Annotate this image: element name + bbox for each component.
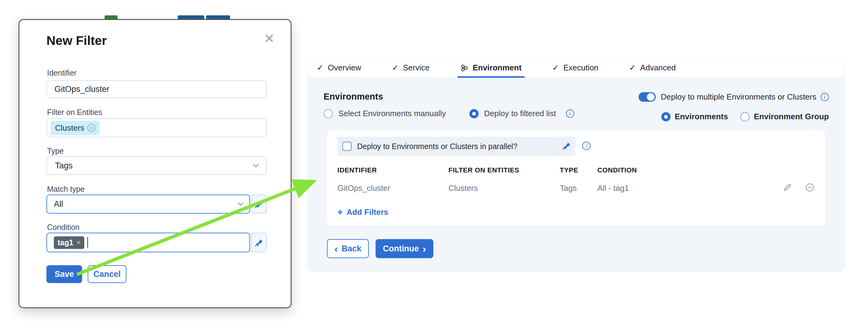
parallel-checkbox-row: Deploy to Environments or Clusters in pa… [337,137,576,156]
condition-pin-button[interactable] [251,233,267,252]
cell-type: Tags [560,184,597,193]
divider [555,140,555,153]
back-button-label: Back [341,244,362,254]
cell-identifier: GitOps_cluster [337,184,448,193]
save-button[interactable]: Save [46,265,82,283]
tag1-chip[interactable]: tag1 × [54,236,84,249]
match-type-select[interactable]: All [46,195,250,214]
chevron-left-icon: ‹ [334,244,338,253]
back-button[interactable]: ‹ Back [327,239,369,258]
table-row[interactable]: GitOps_cluster Clusters Tags All - tag1 [327,178,825,198]
wizard-tabbar: ✓ Overview ✓ Service Environment ✓ Execu… [308,58,844,77]
pin-icon [255,200,263,208]
edit-icon[interactable] [783,183,792,193]
tab-label: Environment [473,63,522,72]
tab-label: Overview [328,63,361,72]
close-icon[interactable]: ✕ [264,32,275,45]
tab-label: Service [403,63,430,72]
condition-field-group: tag1 × [46,233,267,252]
page: ✕ New Filter Identifier Filter on Entiti… [0,0,868,327]
check-icon: ✓ [552,63,559,72]
type-label: Type [47,146,64,156]
match-type-field-group: All [46,195,267,214]
plus-icon: + [337,207,343,217]
chevron-down-icon [238,200,244,206]
tab-overview[interactable]: ✓ Overview [315,58,363,77]
tab-label: Execution [563,63,598,72]
deploy-to-filtered-list-label: Deploy to filtered list [484,109,556,118]
deploy-to-filtered-list-radio[interactable] [469,109,478,118]
col-identifier: IDENTIFIER [337,166,448,174]
environments-radio-label: Environments [675,112,728,121]
continue-button[interactable]: Continue › [376,239,433,258]
check-icon: ✓ [629,63,636,72]
select-environments-manually-label: Select Environments manually [338,109,446,118]
remove-icon[interactable] [805,183,815,194]
type-select[interactable]: Tags [46,157,267,175]
deploy-mode-radio-group: Select Environments manually Deploy to f… [323,109,574,118]
parallel-checkbox[interactable] [342,142,351,151]
clusters-chip-label: Clusters [55,123,84,133]
environment-step-panel: ✓ Overview ✓ Service Environment ✓ Execu… [308,58,844,271]
col-type: TYPE [560,166,597,174]
multi-env-toggle-row: Deploy to multiple Environments or Clust… [639,92,829,102]
match-type-label: Match type [47,185,85,194]
tab-advanced[interactable]: ✓ Advanced [627,58,678,77]
info-icon[interactable]: i [566,109,574,118]
cell-filter-on-entities: Clusters [448,184,560,193]
chip-remove-icon[interactable]: × [87,124,95,132]
environment-group-radio-label: Environment Group [754,112,829,121]
info-icon[interactable]: i [820,93,829,101]
chevron-down-icon [253,161,259,167]
deploy-multiple-toggle[interactable] [639,92,656,102]
continue-button-label: Continue [383,244,419,254]
select-environments-manually-radio[interactable] [323,109,333,118]
add-filters-link[interactable]: + Add Filters [337,207,388,217]
new-filter-modal: ✕ New Filter Identifier Filter on Entiti… [19,19,291,308]
environment-icon [461,64,468,72]
tab-label: Advanced [640,63,676,72]
cancel-button[interactable]: Cancel [88,265,126,283]
chevron-right-icon: › [423,244,426,253]
env-or-group-radio-group: Environments Environment Group [661,112,829,121]
filters-table-header: IDENTIFIER FILTER ON ENTITIES TYPE CONDI… [327,166,825,174]
clusters-chip[interactable]: Clusters × [51,121,100,135]
match-type-value: All [54,199,63,209]
parallel-checkbox-label: Deploy to Environments or Clusters in pa… [357,142,517,151]
add-filters-label: Add Filters [347,207,389,217]
filters-card: Deploy to Environments or Clusters in pa… [327,130,825,226]
check-icon: ✓ [317,63,323,72]
info-icon[interactable]: i [582,142,591,150]
deploy-multiple-label: Deploy to multiple Environments or Clust… [661,92,816,102]
environment-group-radio[interactable] [740,112,750,121]
environments-heading: Environments [323,92,383,102]
tag1-chip-label: tag1 [58,238,73,247]
chip-remove-icon[interactable]: × [76,238,81,247]
match-type-pin-button[interactable] [251,195,267,214]
condition-label: Condition [47,223,80,232]
modal-title: New Filter [46,33,107,48]
tab-execution[interactable]: ✓ Execution [551,58,600,77]
pin-icon [255,238,263,247]
toggle-knob [647,93,654,101]
filter-on-entities-label: Filter on Entities [47,108,102,117]
text-caret [87,237,88,248]
environments-radio[interactable] [661,112,671,121]
pin-icon [562,141,571,150]
type-select-value: Tags [55,161,72,170]
parallel-pin-button[interactable] [562,141,571,151]
condition-input[interactable]: tag1 × [46,233,250,252]
tab-service[interactable]: ✓ Service [390,58,432,77]
check-icon: ✓ [392,63,399,72]
filter-on-entities-input[interactable]: Clusters × [46,118,267,137]
identifier-input[interactable] [46,80,267,98]
tab-environment[interactable]: Environment [459,58,524,77]
col-condition: CONDITION [597,166,825,174]
col-filter-on-entities: FILTER ON ENTITIES [448,166,560,174]
identifier-label: Identifier [47,69,76,77]
